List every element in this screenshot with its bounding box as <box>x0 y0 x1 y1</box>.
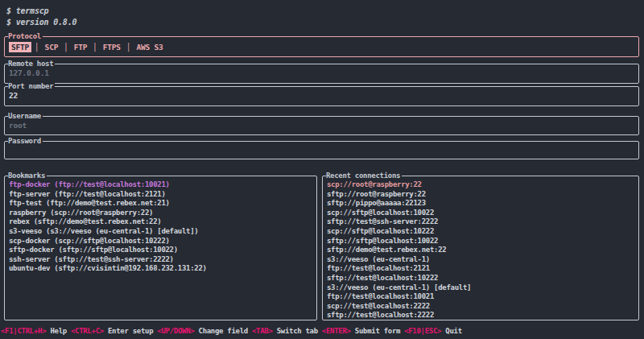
footer-hint-label: Submit form <box>355 327 400 335</box>
bookmarks-label: Bookmarks <box>8 172 47 180</box>
terminal-intro-line-1: $ termscp <box>6 6 48 16</box>
recent-connection-item[interactable]: ftp://test@localhost:2121 <box>327 264 635 274</box>
bookmark-item[interactable]: ssh-server (sftp://test@ssh-server:2222) <box>9 255 313 265</box>
protocol-tab-ftp[interactable]: FTP <box>72 42 90 52</box>
protocol-box: Protocol SFTP│SCP│FTP│FTPS│AWS S3 <box>4 36 639 57</box>
footer-hint-key: <F10|ESC> <box>404 327 441 335</box>
recent-connections-panel: Recent connections scp://root@raspberry:… <box>322 176 639 320</box>
protocol-tabs: SFTP│SCP│FTP│FTPS│AWS S3 <box>5 37 638 56</box>
footer-hint: <UP/DOWN> Change field <box>157 326 248 336</box>
recent-connection-item[interactable]: sftp://pippo@aaaaa:22123 <box>327 199 635 209</box>
recent-connection-item[interactable]: sftp://test@localhost:10222 <box>327 274 635 283</box>
tab-separator: │ <box>123 43 134 52</box>
recent-connection-item[interactable]: scp://sftp@localhost:10022 <box>327 209 635 218</box>
username-field[interactable]: Username root <box>4 116 639 135</box>
protocol-tab-scp[interactable]: SCP <box>43 42 61 52</box>
recent-connection-item[interactable]: sftp://root@raspberry:22 <box>327 190 635 200</box>
bookmark-item[interactable]: raspberry (scp://root@raspberry:22) <box>9 209 313 218</box>
footer-hint-label: Switch tab <box>277 327 318 335</box>
bookmark-item[interactable]: ftp-test (ftp://demo@test.rebex.net:21) <box>9 199 313 209</box>
footer-hint-label: Help <box>50 327 66 335</box>
recent-connection-item[interactable]: sftp://test@localhost:2222 <box>327 311 635 320</box>
recent-connection-item[interactable]: ftp://test@localhost:10021 <box>327 292 635 302</box>
recent-connection-item[interactable]: scp://sftp@localhost:10222 <box>327 227 635 237</box>
recent-connection-item[interactable]: s3://veeso (eu-central-1) <box>327 255 635 265</box>
tab-separator: │ <box>60 43 72 52</box>
recent-connection-item[interactable]: sftp://sftp@localhost:10022 <box>327 237 635 246</box>
recent-connection-item[interactable]: sftp://test@ssh-server:2222 <box>327 217 635 227</box>
bookmark-item[interactable]: ubuntu-dev (sftp://cvisintin@192.168.232… <box>9 264 313 274</box>
recent-connection-item[interactable]: scp://test@localhost:2222 <box>327 302 635 312</box>
footer-hint-label: Change field <box>199 327 248 335</box>
tab-separator: │ <box>31 43 43 52</box>
footer-hint-key: <TAB> <box>252 327 273 335</box>
footer-hint: <CTRL+C> Enter setup <box>71 326 153 336</box>
protocol-tab-sftp[interactable]: SFTP <box>9 42 31 52</box>
footer-hint: <F10|ESC> Quit <box>404 326 462 336</box>
footer-hint-label: Quit <box>445 327 461 335</box>
bookmark-item[interactable]: ftp-docker (ftp://test@localhost:10021) <box>9 180 313 190</box>
bookmark-item[interactable]: sftp-docker (sftp://sftp@localhost:10022… <box>9 246 313 255</box>
footer-bar: <F1|CTRL+H> Help<CTRL+C> Enter setup<UP/… <box>1 326 644 336</box>
port-number-input[interactable]: 22 <box>9 89 634 103</box>
termscp-window: $ termscp $ version 0.8.0 Protocol SFTP│… <box>0 0 644 339</box>
footer-hint-key: <CTRL+C> <box>71 327 104 335</box>
bookmark-item[interactable]: s3-veeso (s3://veeso (eu-central-1) [def… <box>9 227 313 237</box>
bookmarks-panel: Bookmarks ftp-docker (ftp://test@localho… <box>4 176 317 320</box>
terminal-intro-line-2: $ version 0.8.0 <box>6 17 76 27</box>
footer-hint: <TAB> Switch tab <box>252 326 318 336</box>
password-label: Password <box>8 137 43 146</box>
remote-host-field[interactable]: Remote host 127.0.0.1 <box>4 64 639 84</box>
bookmarks-list: ftp-docker (ftp://test@localhost:10021)f… <box>5 176 316 274</box>
protocol-tab-ftps[interactable]: FTPS <box>101 42 123 52</box>
bookmark-item[interactable]: rebex (sftp://demo@test.rebex.net:22) <box>9 217 313 227</box>
bookmark-item[interactable]: scp-docker (scp://sftp@localhost:10222) <box>9 237 313 246</box>
username-input[interactable]: root <box>9 118 634 133</box>
remote-host-input[interactable]: 127.0.0.1 <box>9 66 634 81</box>
protocol-box-label: Protocol <box>8 32 43 41</box>
password-field[interactable]: Password <box>4 141 639 159</box>
footer-hint: <F1|CTRL+H> Help <box>1 326 67 336</box>
footer-hint-key: <UP/DOWN> <box>157 327 194 335</box>
footer-hint-key: <F1|CTRL+H> <box>1 327 46 335</box>
tab-separator: │ <box>89 43 101 52</box>
footer-hint-label: Enter setup <box>108 327 153 335</box>
recent-connections-label: Recent connections <box>326 172 402 180</box>
recent-connection-item[interactable]: sftp://demo@test.rebex.net:22 <box>327 246 635 255</box>
protocol-tab-aws-s3[interactable]: AWS S3 <box>134 42 165 52</box>
recent-connection-item[interactable]: s3://veeso (eu-central-1) [default] <box>327 283 635 293</box>
footer-hint-key: <ENTER> <box>322 327 351 335</box>
port-number-field[interactable]: Port number 22 <box>4 86 639 106</box>
recent-connections-list: scp://root@raspberry:22sftp://root@raspb… <box>323 176 638 320</box>
recent-connection-item[interactable]: scp://root@raspberry:22 <box>327 180 635 190</box>
footer-hint: <ENTER> Submit form <box>322 326 400 336</box>
bookmark-item[interactable]: ftp-server (ftp://test@localhost:2121) <box>9 190 313 200</box>
